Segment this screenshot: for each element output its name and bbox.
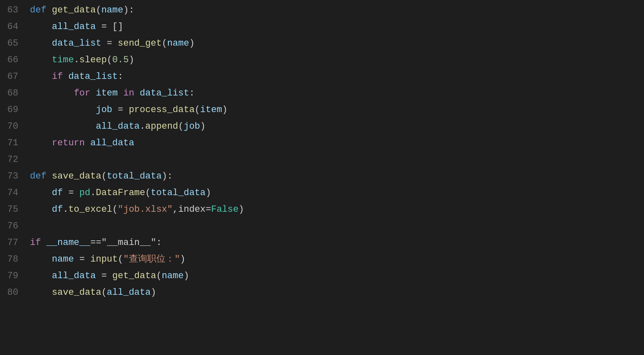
line-number: 76 bbox=[0, 219, 30, 233]
code-line: 63def get_data(name): bbox=[0, 3, 644, 20]
line-number: 80 bbox=[0, 286, 30, 300]
line-content: job = process_data(item) bbox=[30, 103, 644, 117]
line-number: 65 bbox=[0, 37, 30, 51]
line-number: 78 bbox=[0, 252, 30, 267]
line-number: 75 bbox=[0, 203, 30, 217]
line-number: 69 bbox=[0, 103, 30, 117]
line-number: 71 bbox=[0, 136, 30, 150]
line-number: 64 bbox=[0, 20, 30, 34]
code-line: 76 bbox=[0, 219, 644, 236]
line-content: data_list = send_get(name) bbox=[30, 37, 644, 51]
line-number: 67 bbox=[0, 70, 30, 84]
code-line: 75 df.to_excel("job.xlsx",index=False) bbox=[0, 203, 644, 219]
code-line: 71 return all_data bbox=[0, 136, 644, 153]
line-number: 74 bbox=[0, 186, 30, 200]
line-number: 77 bbox=[0, 236, 30, 250]
code-line: 67 if data_list: bbox=[0, 70, 644, 86]
line-content: all_data.append(job) bbox=[30, 120, 644, 134]
line-content: all_data = [] bbox=[30, 20, 644, 34]
line-content: save_data(all_data) bbox=[30, 286, 644, 300]
line-number: 70 bbox=[0, 120, 30, 134]
line-content: if data_list: bbox=[30, 70, 644, 84]
line-content: df.to_excel("job.xlsx",index=False) bbox=[30, 203, 644, 217]
code-line: 66 time.sleep(0.5) bbox=[0, 53, 644, 70]
line-content: name = input("查询职位：") bbox=[30, 252, 644, 267]
line-content: if __name__=="__main__": bbox=[30, 236, 644, 250]
code-line: 77if __name__=="__main__": bbox=[0, 236, 644, 252]
code-line: 79 all_data = get_data(name) bbox=[0, 269, 644, 286]
line-content: def save_data(total_data): bbox=[30, 169, 644, 184]
code-line: 78 name = input("查询职位：") bbox=[0, 252, 644, 269]
code-line: 65 data_list = send_get(name) bbox=[0, 37, 644, 53]
line-content: time.sleep(0.5) bbox=[30, 53, 644, 67]
code-line: 73def save_data(total_data): bbox=[0, 169, 644, 186]
code-editor: 63def get_data(name):64 all_data = []65 … bbox=[0, 0, 644, 355]
line-number: 68 bbox=[0, 86, 30, 100]
line-number: 63 bbox=[0, 3, 30, 17]
line-content: for item in data_list: bbox=[30, 86, 644, 100]
line-number: 79 bbox=[0, 269, 30, 283]
line-number: 66 bbox=[0, 53, 30, 67]
code-line: 68 for item in data_list: bbox=[0, 86, 644, 103]
code-line: 72 bbox=[0, 153, 644, 169]
code-line: 74 df = pd.DataFrame(total_data) bbox=[0, 186, 644, 203]
code-line: 64 all_data = [] bbox=[0, 20, 644, 37]
line-number: 73 bbox=[0, 169, 30, 184]
code-line: 70 all_data.append(job) bbox=[0, 120, 644, 136]
line-content: def get_data(name): bbox=[30, 3, 644, 17]
code-line: 80 save_data(all_data) bbox=[0, 286, 644, 302]
line-content: df = pd.DataFrame(total_data) bbox=[30, 186, 644, 200]
line-content: return all_data bbox=[30, 136, 644, 150]
code-line: 69 job = process_data(item) bbox=[0, 103, 644, 120]
line-content: all_data = get_data(name) bbox=[30, 269, 644, 283]
line-number: 72 bbox=[0, 153, 30, 167]
